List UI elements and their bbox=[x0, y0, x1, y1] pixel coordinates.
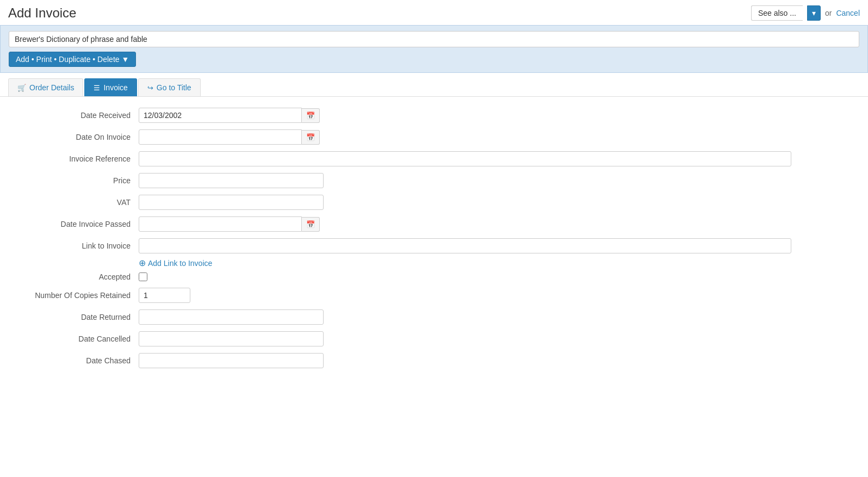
page-title: Add Invoice bbox=[8, 5, 76, 21]
go-to-title-icon: ↪ bbox=[147, 84, 153, 92]
field-date-received: Date Received 📅 bbox=[8, 108, 860, 123]
label-date-invoice-passed: Date Invoice Passed bbox=[8, 220, 139, 228]
field-vat: VAT bbox=[8, 195, 860, 210]
tab-order-details[interactable]: 🛒 Order Details bbox=[8, 78, 83, 96]
date-chased-input[interactable] bbox=[139, 353, 324, 368]
field-date-returned: Date Returned bbox=[8, 309, 860, 325]
add-link-plus-icon: ⊕ bbox=[139, 258, 146, 268]
accepted-checkbox[interactable] bbox=[139, 272, 147, 281]
tabs-container: 🛒 Order Details ☰ Invoice ↪ Go to Title bbox=[0, 78, 868, 97]
field-date-cancelled: Date Cancelled bbox=[8, 331, 860, 346]
field-date-on-invoice: Date On Invoice 📅 bbox=[8, 129, 860, 145]
tab-order-details-label: Order Details bbox=[29, 83, 74, 92]
title-panel: Add • Print • Duplicate • Delete ▼ bbox=[0, 25, 868, 73]
invoice-reference-input[interactable] bbox=[139, 151, 791, 166]
title-input[interactable] bbox=[9, 31, 859, 47]
invoice-icon: ☰ bbox=[94, 84, 100, 92]
number-of-copies-retained-input[interactable] bbox=[139, 288, 190, 303]
field-price: Price bbox=[8, 173, 860, 188]
date-invoice-passed-input[interactable] bbox=[139, 216, 302, 232]
field-accepted: Accepted bbox=[8, 272, 860, 281]
label-date-received: Date Received bbox=[8, 111, 139, 120]
price-input[interactable] bbox=[139, 173, 324, 188]
form-container: Date Received 📅 Date On Invoice 📅 Invoic… bbox=[0, 97, 868, 386]
label-invoice-reference: Invoice Reference bbox=[8, 154, 139, 163]
or-text: or bbox=[825, 9, 832, 17]
date-received-calendar-button[interactable]: 📅 bbox=[302, 108, 320, 123]
label-price: Price bbox=[8, 176, 139, 185]
label-accepted: Accepted bbox=[8, 272, 139, 281]
label-date-cancelled: Date Cancelled bbox=[8, 334, 139, 343]
date-on-invoice-input[interactable] bbox=[139, 129, 302, 145]
date-returned-input[interactable] bbox=[139, 309, 324, 325]
tab-invoice-label: Invoice bbox=[103, 83, 127, 92]
field-link-to-invoice: Link to Invoice bbox=[8, 238, 860, 253]
add-link-to-invoice-button[interactable]: Add Link to Invoice bbox=[148, 259, 212, 268]
field-number-of-copies-retained: Number Of Copies Retained bbox=[8, 288, 860, 303]
vat-input[interactable] bbox=[139, 195, 324, 210]
label-date-returned: Date Returned bbox=[8, 313, 139, 321]
label-date-chased: Date Chased bbox=[8, 356, 139, 365]
label-date-on-invoice: Date On Invoice bbox=[8, 133, 139, 141]
tab-go-to-title[interactable]: ↪ Go to Title bbox=[138, 78, 201, 96]
field-invoice-reference: Invoice Reference bbox=[8, 151, 860, 166]
link-to-invoice-input[interactable] bbox=[139, 238, 791, 253]
add-link-row: ⊕ Add Link to Invoice bbox=[139, 258, 860, 268]
see-also-button[interactable]: See also ... bbox=[751, 5, 803, 21]
label-vat: VAT bbox=[8, 198, 139, 207]
cancel-button[interactable]: Cancel bbox=[836, 9, 860, 17]
date-on-invoice-wrapper: 📅 bbox=[139, 129, 324, 145]
see-also-dropdown-button[interactable]: ▾ bbox=[807, 5, 821, 21]
label-number-of-copies-retained: Number Of Copies Retained bbox=[8, 291, 139, 300]
field-date-chased: Date Chased bbox=[8, 353, 860, 368]
date-invoice-passed-calendar-button[interactable]: 📅 bbox=[302, 217, 320, 232]
date-cancelled-input[interactable] bbox=[139, 331, 324, 346]
tab-invoice[interactable]: ☰ Invoice bbox=[84, 78, 137, 96]
date-received-wrapper: 📅 bbox=[139, 108, 324, 123]
header-actions: See also ... ▾ or Cancel bbox=[751, 5, 860, 21]
field-date-invoice-passed: Date Invoice Passed 📅 bbox=[8, 216, 860, 232]
date-received-input[interactable] bbox=[139, 108, 302, 123]
order-details-icon: 🛒 bbox=[17, 84, 26, 92]
date-invoice-passed-wrapper: 📅 bbox=[139, 216, 324, 232]
label-link-to-invoice: Link to Invoice bbox=[8, 241, 139, 250]
page-header: Add Invoice See also ... ▾ or Cancel bbox=[0, 0, 868, 25]
date-on-invoice-calendar-button[interactable]: 📅 bbox=[302, 130, 320, 145]
tab-go-to-title-label: Go to Title bbox=[157, 83, 191, 92]
actions-button[interactable]: Add • Print • Duplicate • Delete ▼ bbox=[9, 52, 136, 67]
